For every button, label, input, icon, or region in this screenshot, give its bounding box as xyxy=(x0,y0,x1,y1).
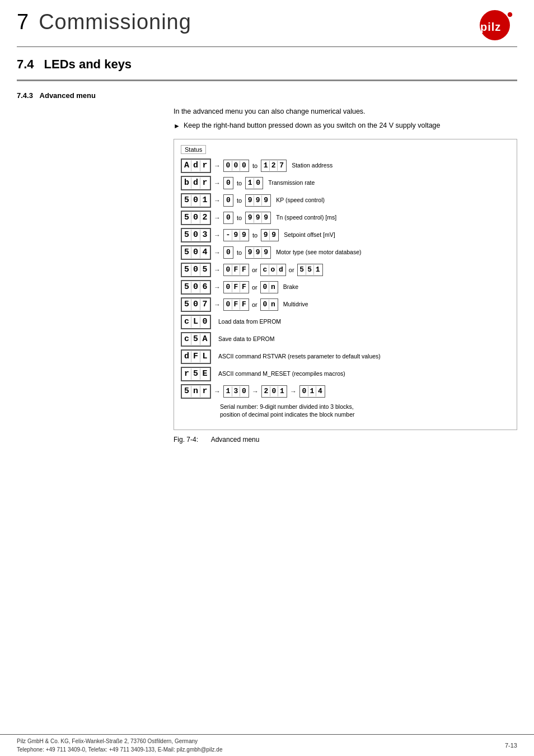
left-disp-s02: 502 xyxy=(181,211,211,225)
svg-point-2 xyxy=(507,12,513,17)
page-header: 7 Commissioning pilz xyxy=(0,0,534,46)
left-disp-s03: 503 xyxy=(181,228,211,242)
row-s01: 501 → 0 to 999 KP (speed control) xyxy=(181,193,510,208)
row-s03: 503 → -99 to 99 Setpoint offset [mV] xyxy=(181,228,510,242)
row-s07: 507 → 0FF or 0n Multidrive xyxy=(181,297,510,312)
left-disp-s06: 506 xyxy=(181,280,211,295)
row-s04: 504 → 0 to 999 Motor type (see motor dat… xyxy=(181,245,510,260)
row-s06: 506 → 0FF or 0n Brake xyxy=(181,280,510,295)
footer-contact: Telephone: +49 711 3409-0, Telefax: +49 … xyxy=(17,745,222,754)
label-s07: Multidrive xyxy=(283,301,308,309)
chapter-title: Commissioning xyxy=(39,10,191,34)
to-disp-s02: 999 xyxy=(245,212,271,224)
left-disp-r5e: r5E xyxy=(181,367,211,381)
figure-caption: Fig. 7-4: Advanced menu xyxy=(174,436,517,444)
section-header: 7.4 LEDs and keys xyxy=(0,47,534,75)
from-disp-s01: 0 xyxy=(223,194,233,207)
left-disp-dfl: dFL xyxy=(181,349,211,364)
serial-label: Serial number: 9-digit number divided in… xyxy=(220,403,354,419)
row-csa: c5A Save data to EPROM xyxy=(181,332,510,347)
row-snr: 5nr → 130 → 201 → 014 xyxy=(181,384,510,419)
left-disp-s01: 501 xyxy=(181,193,211,208)
left-disp-csa: c5A xyxy=(181,332,211,347)
val3-disp-s05: 551 xyxy=(297,264,323,276)
to-disp-bdr: 10 xyxy=(245,177,263,189)
row-s05: 505 → 0FF or cod or 551 xyxy=(181,263,510,277)
subsection-header: 7.4.3 Advanced menu xyxy=(0,81,534,100)
val2-disp-s05: cod xyxy=(260,264,286,276)
label-s03: Setpoint offset [mV] xyxy=(284,231,335,239)
row-dfl: dFL ASCII command RSTVAR (resets paramet… xyxy=(181,349,510,364)
row-addr: Adr → 000 to 127 Station address xyxy=(181,158,510,173)
val1-disp-s06: 0FF xyxy=(223,281,249,293)
left-disp-bdr: bdr xyxy=(181,176,211,190)
content-left xyxy=(17,106,174,444)
to-disp-s01: 999 xyxy=(245,194,271,207)
val1-disp-s07: 0FF xyxy=(223,298,249,311)
label-addr: Station address xyxy=(292,162,332,170)
row-clo: cL0 Load data from EPROM xyxy=(181,315,510,329)
status-label: Status xyxy=(181,145,510,158)
content-area: In the advanced menu you can also change… xyxy=(0,100,534,444)
val1-disp-s05: 0FF xyxy=(223,264,249,276)
val2-disp-s07: 0n xyxy=(260,298,278,311)
bullet-text: Keep the right-hand button pressed down … xyxy=(184,120,441,131)
val2-disp-s06: 0n xyxy=(260,281,278,293)
row-r5e: r5E ASCII command M_RESET (recompiles ma… xyxy=(181,367,510,381)
section-number: 7.4 xyxy=(17,57,34,72)
bullet-arrow: ► xyxy=(174,121,180,131)
row-s02: 502 → 0 to 999 Tn (speed control) [ms] xyxy=(181,211,510,225)
label-s02: Tn (speed control) [ms] xyxy=(276,214,336,222)
left-disp-snr: 5nr xyxy=(181,384,211,399)
diagram-box: Status Adr → 000 to 127 Station address xyxy=(174,139,517,430)
label-s06: Brake xyxy=(283,283,298,291)
serial-block3: 014 xyxy=(299,385,325,398)
left-disp-s07: 507 xyxy=(181,297,211,312)
fig-prefix: Fig. 7-4: xyxy=(174,436,198,444)
label-r5e: ASCII command M_RESET (recompiles macros… xyxy=(218,370,345,378)
left-disp-s04: 504 xyxy=(181,245,211,260)
left-disp-clo: cL0 xyxy=(181,315,211,329)
to-disp-s04: 999 xyxy=(245,246,271,259)
serial-block1: 130 xyxy=(223,385,249,398)
left-disp-addr: Adr xyxy=(181,158,211,173)
fig-text: Advanced menu xyxy=(211,436,260,444)
serial-block2: 201 xyxy=(261,385,287,398)
label-bdr: Transmission rate xyxy=(268,179,315,187)
content-right: In the advanced menu you can also change… xyxy=(174,106,517,444)
section-title: LEDs and keys xyxy=(44,57,132,72)
label-clo: Load data from EPROM xyxy=(218,318,281,326)
intro-text: In the advanced menu you can also change… xyxy=(174,106,517,117)
from-disp-s03: -99 xyxy=(223,229,249,241)
page-number: 7-13 xyxy=(505,742,517,749)
label-dfl: ASCII command RSTVAR (resets parameter t… xyxy=(218,353,381,361)
label-s01: KP (speed control) xyxy=(276,197,325,204)
logo-container: pilz xyxy=(472,10,517,41)
svg-text:pilz: pilz xyxy=(480,21,501,33)
row-bdr: bdr → 0 to 10 Transmission rate xyxy=(181,176,510,190)
left-disp-s05: 505 xyxy=(181,263,211,277)
from-disp-addr: 000 xyxy=(223,160,249,172)
pilz-logo: pilz xyxy=(472,10,517,41)
page-footer: Pilz GmbH & Co. KG, Felix-Wankel-Straße … xyxy=(0,734,534,756)
from-disp-s02: 0 xyxy=(223,212,233,224)
footer-company: Pilz GmbH & Co. KG, Felix-Wankel-Straße … xyxy=(17,737,222,745)
footer-info: Pilz GmbH & Co. KG, Felix-Wankel-Straße … xyxy=(17,737,222,754)
to-disp-addr: 127 xyxy=(261,160,287,172)
from-disp-bdr: 0 xyxy=(223,177,233,189)
to-disp-s03: 99 xyxy=(261,229,279,241)
bullet-point: ► Keep the right-hand button pressed dow… xyxy=(174,120,517,131)
chapter-number: 7 xyxy=(17,10,29,34)
subsection-title: Advanced menu xyxy=(40,91,96,100)
from-disp-s04: 0 xyxy=(223,246,233,259)
label-csa: Save data to EPROM xyxy=(218,335,274,343)
label-s04: Motor type (see motor database) xyxy=(276,249,361,256)
subsection-number: 7.4.3 xyxy=(17,91,33,100)
